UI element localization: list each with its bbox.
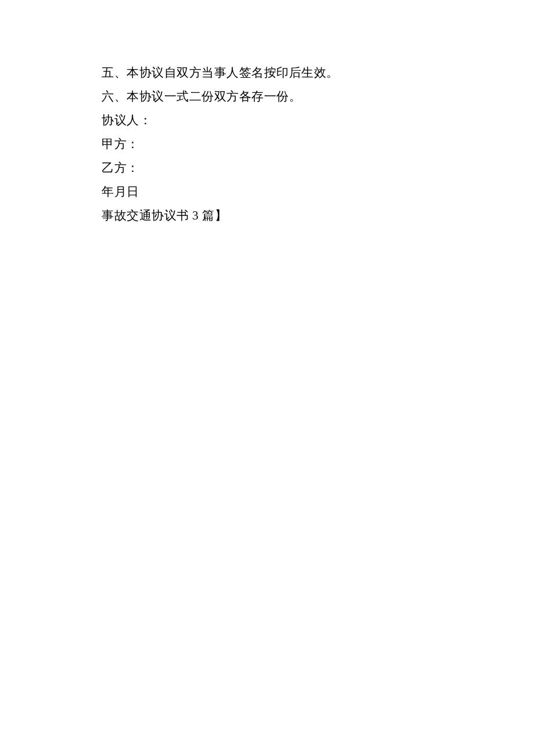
- text-line: 年月日: [102, 180, 534, 204]
- text-line: 乙方：: [102, 156, 534, 180]
- text-line: 协议人：: [102, 109, 534, 132]
- document-content: 五、本协议自双方当事人签名按印后生效。 六、本协议一式二份双方各存一份。 协议人…: [102, 61, 534, 228]
- text-line: 五、本协议自双方当事人签名按印后生效。: [102, 61, 534, 85]
- text-line: 六、本协议一式二份双方各存一份。: [102, 85, 534, 109]
- text-line: 事故交通协议书 3 篇】: [102, 204, 534, 228]
- text-line: 甲方：: [102, 132, 534, 156]
